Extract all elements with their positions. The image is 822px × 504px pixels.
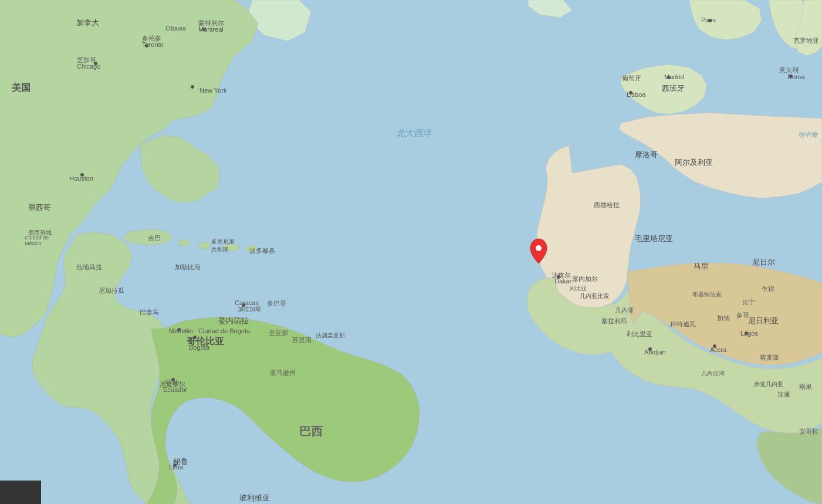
svg-point-0 <box>536 245 542 251</box>
svg-point-1 <box>94 62 97 65</box>
map-container[interactable]: 美国 加拿大 芝加哥 Chicago 多伦多 Toronto 蒙特利尔 Mont… <box>0 0 822 504</box>
svg-point-6 <box>667 76 671 79</box>
svg-point-14 <box>193 336 197 339</box>
svg-point-15 <box>242 303 245 307</box>
svg-point-9 <box>708 19 712 22</box>
map-svg <box>0 0 822 504</box>
svg-point-8 <box>789 75 793 78</box>
svg-point-4 <box>191 85 194 89</box>
bottom-bar <box>0 481 41 504</box>
svg-point-2 <box>145 44 148 48</box>
svg-point-13 <box>648 347 652 351</box>
svg-point-12 <box>745 332 748 335</box>
svg-point-16 <box>173 464 177 467</box>
svg-point-7 <box>629 91 632 94</box>
svg-point-5 <box>80 173 84 177</box>
svg-point-11 <box>713 344 716 348</box>
svg-point-18 <box>177 328 181 332</box>
svg-point-10 <box>557 275 560 279</box>
svg-point-17 <box>171 378 175 381</box>
svg-point-3 <box>202 28 206 31</box>
